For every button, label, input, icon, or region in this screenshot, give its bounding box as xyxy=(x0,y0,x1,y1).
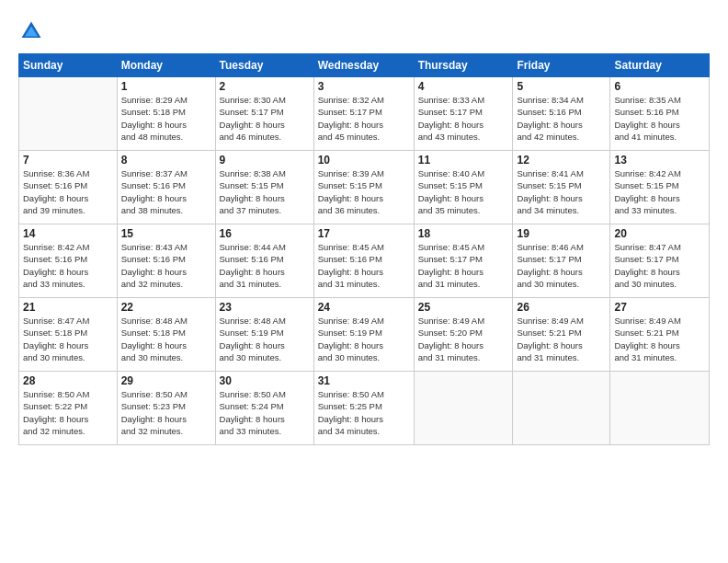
day-info: Sunrise: 8:29 AM Sunset: 5:18 PM Dayligh… xyxy=(121,94,211,143)
day-number: 10 xyxy=(318,154,410,167)
day-number: 29 xyxy=(121,374,211,387)
day-info: Sunrise: 8:32 AM Sunset: 5:17 PM Dayligh… xyxy=(318,94,410,143)
day-info: Sunrise: 8:40 AM Sunset: 5:15 PM Dayligh… xyxy=(418,167,509,216)
weekday-tuesday: Tuesday xyxy=(215,54,313,77)
calendar-cell: 20Sunrise: 8:47 AM Sunset: 5:17 PM Dayli… xyxy=(610,224,710,298)
calendar-cell xyxy=(414,372,513,445)
day-number: 31 xyxy=(318,374,410,387)
day-number: 9 xyxy=(220,154,310,167)
calendar-cell: 19Sunrise: 8:46 AM Sunset: 5:17 PM Dayli… xyxy=(513,224,610,298)
calendar-cell: 14Sunrise: 8:42 AM Sunset: 5:16 PM Dayli… xyxy=(19,224,118,298)
day-info: Sunrise: 8:50 AM Sunset: 5:25 PM Dayligh… xyxy=(318,388,410,437)
day-info: Sunrise: 8:47 AM Sunset: 5:18 PM Dayligh… xyxy=(23,315,113,363)
day-info: Sunrise: 8:47 AM Sunset: 5:17 PM Dayligh… xyxy=(614,241,705,290)
calendar-week-4: 21Sunrise: 8:47 AM Sunset: 5:18 PM Dayli… xyxy=(19,298,710,372)
day-info: Sunrise: 8:42 AM Sunset: 5:16 PM Dayligh… xyxy=(23,241,113,290)
day-number: 17 xyxy=(318,227,410,240)
calendar-cell: 3Sunrise: 8:32 AM Sunset: 5:17 PM Daylig… xyxy=(313,77,414,151)
calendar-cell: 5Sunrise: 8:34 AM Sunset: 5:16 PM Daylig… xyxy=(513,77,610,151)
calendar-cell: 9Sunrise: 8:38 AM Sunset: 5:15 PM Daylig… xyxy=(215,151,313,224)
calendar-cell: 2Sunrise: 8:30 AM Sunset: 5:17 PM Daylig… xyxy=(215,77,313,151)
day-info: Sunrise: 8:50 AM Sunset: 5:22 PM Dayligh… xyxy=(23,388,113,437)
calendar-cell: 12Sunrise: 8:41 AM Sunset: 5:15 PM Dayli… xyxy=(513,151,610,224)
day-info: Sunrise: 8:50 AM Sunset: 5:23 PM Dayligh… xyxy=(121,388,211,437)
day-info: Sunrise: 8:42 AM Sunset: 5:15 PM Dayligh… xyxy=(614,167,705,216)
day-number: 26 xyxy=(517,301,606,314)
day-number: 23 xyxy=(220,301,310,314)
calendar-cell: 10Sunrise: 8:39 AM Sunset: 5:15 PM Dayli… xyxy=(313,151,414,224)
page: SundayMondayTuesdayWednesdayThursdayFrid… xyxy=(0,0,728,563)
calendar-cell: 11Sunrise: 8:40 AM Sunset: 5:15 PM Dayli… xyxy=(414,151,513,224)
calendar-cell: 6Sunrise: 8:35 AM Sunset: 5:16 PM Daylig… xyxy=(610,77,710,151)
day-info: Sunrise: 8:49 AM Sunset: 5:20 PM Dayligh… xyxy=(418,315,509,363)
calendar-cell: 4Sunrise: 8:33 AM Sunset: 5:17 PM Daylig… xyxy=(414,77,513,151)
day-info: Sunrise: 8:48 AM Sunset: 5:18 PM Dayligh… xyxy=(121,315,211,363)
logo-icon xyxy=(18,18,44,44)
calendar-cell: 18Sunrise: 8:45 AM Sunset: 5:17 PM Dayli… xyxy=(414,224,513,298)
day-number: 30 xyxy=(220,374,310,387)
day-info: Sunrise: 8:34 AM Sunset: 5:16 PM Dayligh… xyxy=(517,94,606,143)
calendar-cell: 7Sunrise: 8:36 AM Sunset: 5:16 PM Daylig… xyxy=(19,151,118,224)
calendar-week-3: 14Sunrise: 8:42 AM Sunset: 5:16 PM Dayli… xyxy=(19,224,710,298)
day-info: Sunrise: 8:46 AM Sunset: 5:17 PM Dayligh… xyxy=(517,241,606,290)
day-info: Sunrise: 8:49 AM Sunset: 5:21 PM Dayligh… xyxy=(614,315,705,363)
day-info: Sunrise: 8:44 AM Sunset: 5:16 PM Dayligh… xyxy=(220,241,310,290)
calendar-cell: 23Sunrise: 8:48 AM Sunset: 5:19 PM Dayli… xyxy=(215,298,313,372)
day-number: 12 xyxy=(517,154,606,167)
calendar-week-5: 28Sunrise: 8:50 AM Sunset: 5:22 PM Dayli… xyxy=(19,372,710,445)
day-info: Sunrise: 8:30 AM Sunset: 5:17 PM Dayligh… xyxy=(220,94,310,143)
weekday-thursday: Thursday xyxy=(414,54,513,77)
calendar-cell: 16Sunrise: 8:44 AM Sunset: 5:16 PM Dayli… xyxy=(215,224,313,298)
weekday-monday: Monday xyxy=(117,54,215,77)
day-info: Sunrise: 8:48 AM Sunset: 5:19 PM Dayligh… xyxy=(220,315,310,363)
day-info: Sunrise: 8:49 AM Sunset: 5:21 PM Dayligh… xyxy=(517,315,606,363)
calendar-cell: 22Sunrise: 8:48 AM Sunset: 5:18 PM Dayli… xyxy=(117,298,215,372)
calendar-week-1: 1Sunrise: 8:29 AM Sunset: 5:18 PM Daylig… xyxy=(19,77,710,151)
day-number: 4 xyxy=(418,80,509,93)
day-number: 18 xyxy=(418,227,509,240)
calendar-cell xyxy=(513,372,610,445)
day-number: 6 xyxy=(614,80,705,93)
calendar-cell: 26Sunrise: 8:49 AM Sunset: 5:21 PM Dayli… xyxy=(513,298,610,372)
day-number: 28 xyxy=(23,374,113,387)
calendar-cell: 17Sunrise: 8:45 AM Sunset: 5:16 PM Dayli… xyxy=(313,224,414,298)
day-number: 13 xyxy=(614,154,705,167)
day-info: Sunrise: 8:36 AM Sunset: 5:16 PM Dayligh… xyxy=(23,167,113,216)
day-info: Sunrise: 8:45 AM Sunset: 5:16 PM Dayligh… xyxy=(318,241,410,290)
logo xyxy=(18,17,48,44)
day-number: 14 xyxy=(23,227,113,240)
calendar-cell: 8Sunrise: 8:37 AM Sunset: 5:16 PM Daylig… xyxy=(117,151,215,224)
calendar-cell: 31Sunrise: 8:50 AM Sunset: 5:25 PM Dayli… xyxy=(313,372,414,445)
weekday-wednesday: Wednesday xyxy=(313,54,414,77)
calendar-cell: 13Sunrise: 8:42 AM Sunset: 5:15 PM Dayli… xyxy=(610,151,710,224)
day-number: 16 xyxy=(220,227,310,240)
day-number: 24 xyxy=(318,301,410,314)
calendar-cell: 21Sunrise: 8:47 AM Sunset: 5:18 PM Dayli… xyxy=(19,298,118,372)
day-number: 19 xyxy=(517,227,606,240)
day-info: Sunrise: 8:43 AM Sunset: 5:16 PM Dayligh… xyxy=(121,241,211,290)
day-number: 7 xyxy=(23,154,113,167)
day-number: 25 xyxy=(418,301,509,314)
day-number: 20 xyxy=(614,227,705,240)
day-number: 21 xyxy=(23,301,113,314)
calendar-cell: 15Sunrise: 8:43 AM Sunset: 5:16 PM Dayli… xyxy=(117,224,215,298)
day-number: 8 xyxy=(121,154,211,167)
calendar-cell: 25Sunrise: 8:49 AM Sunset: 5:20 PM Dayli… xyxy=(414,298,513,372)
day-number: 22 xyxy=(121,301,211,314)
day-number: 3 xyxy=(318,80,410,93)
weekday-header-row: SundayMondayTuesdayWednesdayThursdayFrid… xyxy=(19,54,710,77)
calendar-cell: 29Sunrise: 8:50 AM Sunset: 5:23 PM Dayli… xyxy=(117,372,215,445)
day-info: Sunrise: 8:39 AM Sunset: 5:15 PM Dayligh… xyxy=(318,167,410,216)
calendar-cell: 1Sunrise: 8:29 AM Sunset: 5:18 PM Daylig… xyxy=(117,77,215,151)
weekday-sunday: Sunday xyxy=(19,54,118,77)
day-number: 1 xyxy=(121,80,211,93)
weekday-saturday: Saturday xyxy=(610,54,710,77)
calendar-table: SundayMondayTuesdayWednesdayThursdayFrid… xyxy=(18,53,710,445)
calendar-cell: 28Sunrise: 8:50 AM Sunset: 5:22 PM Dayli… xyxy=(19,372,118,445)
day-number: 27 xyxy=(614,301,705,314)
calendar-cell: 30Sunrise: 8:50 AM Sunset: 5:24 PM Dayli… xyxy=(215,372,313,445)
calendar-cell xyxy=(19,77,118,151)
day-info: Sunrise: 8:50 AM Sunset: 5:24 PM Dayligh… xyxy=(220,388,310,437)
calendar-week-2: 7Sunrise: 8:36 AM Sunset: 5:16 PM Daylig… xyxy=(19,151,710,224)
day-number: 11 xyxy=(418,154,509,167)
